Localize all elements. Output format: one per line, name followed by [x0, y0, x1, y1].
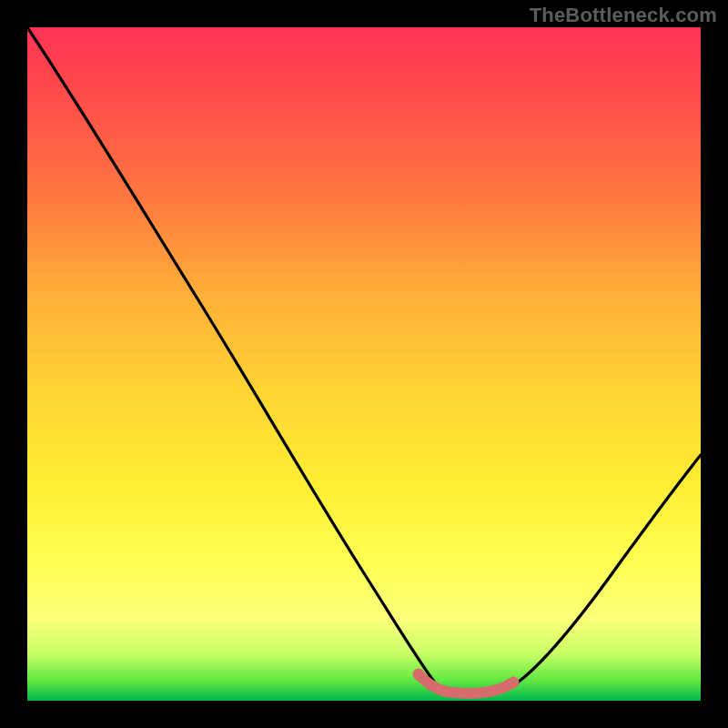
- plot-area: [27, 27, 701, 701]
- pink-highlight-path: [419, 674, 513, 693]
- chart-frame: TheBottleneck.com: [0, 0, 728, 728]
- watermark-text: TheBottleneck.com: [530, 4, 717, 27]
- black-curve-path: [27, 27, 701, 695]
- pink-highlight-dot-right: [508, 677, 520, 689]
- curve-svg: [27, 27, 701, 701]
- pink-highlight-dot-left: [413, 669, 425, 681]
